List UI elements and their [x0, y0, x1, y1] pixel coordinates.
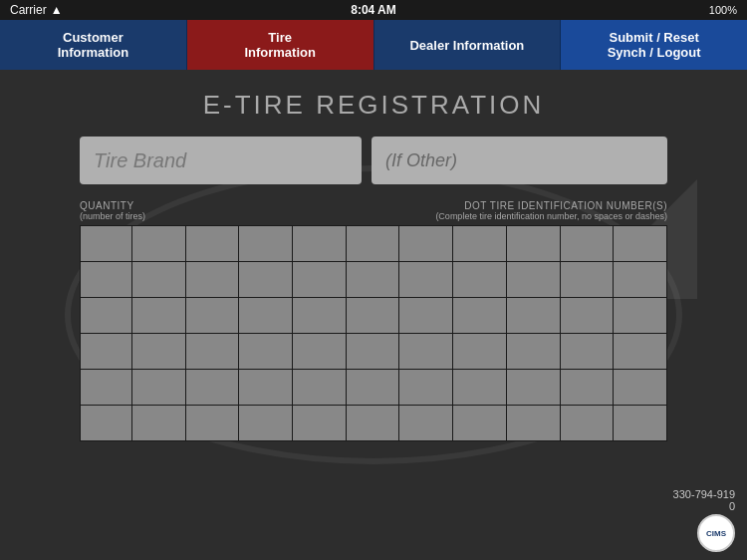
page-title: E-TIRE REGISTRATION [0, 70, 747, 137]
dot-cell[interactable] [239, 406, 293, 441]
cims-logo-text: CIMS [706, 529, 726, 538]
dot-cell[interactable] [614, 370, 667, 406]
dot-cell[interactable] [239, 334, 293, 370]
dot-cell[interactable] [239, 226, 293, 262]
dot-header-label: DOT Tire Identification Number(s) [435, 200, 667, 211]
dot-cell[interactable] [346, 370, 399, 406]
nav-dealer-label: Dealer Information [409, 38, 524, 53]
bottom-bar: 330-794-9190 CIMS [673, 488, 735, 552]
data-table [80, 225, 667, 441]
status-bar-left: Carrier ▲ [10, 3, 63, 17]
dot-cell[interactable] [453, 262, 507, 298]
qty-header-label: QUANTITY [80, 200, 145, 211]
dot-cell[interactable] [614, 334, 667, 370]
dot-cell[interactable] [560, 262, 614, 298]
dot-cell[interactable] [506, 334, 560, 370]
dot-cell[interactable] [293, 406, 347, 441]
dot-cell[interactable] [185, 406, 239, 441]
wifi-icon: ▲ [51, 3, 63, 17]
dot-cell[interactable] [293, 226, 347, 262]
nav-customer-label: CustomerInformation [58, 30, 129, 60]
dot-header: DOT Tire Identification Number(s) (Compl… [435, 200, 667, 221]
dot-cell[interactable] [560, 406, 614, 441]
main-content: CIMS E-TIRE REGISTRATION QUANTITY (numbe… [0, 70, 747, 560]
dot-cell[interactable] [185, 262, 239, 298]
dot-cell[interactable] [506, 406, 560, 441]
table-headers: QUANTITY (number of tires) DOT Tire Iden… [80, 200, 667, 221]
dot-cell[interactable] [185, 226, 239, 262]
nav-tire-label: TireInformation [244, 30, 316, 60]
dot-cell[interactable] [346, 406, 399, 441]
dot-cell[interactable] [506, 370, 560, 406]
dot-cell[interactable] [399, 298, 453, 334]
qty-cell[interactable] [81, 226, 132, 262]
dot-cell[interactable] [614, 226, 667, 262]
nav-customer[interactable]: CustomerInformation [0, 20, 187, 70]
dot-cell[interactable] [293, 262, 347, 298]
dot-cell[interactable] [560, 298, 614, 334]
dot-cell[interactable] [132, 262, 186, 298]
qty-cell[interactable] [81, 298, 132, 334]
dot-cell[interactable] [132, 370, 186, 406]
nav-submit[interactable]: Submit / ResetSynch / Logout [561, 20, 747, 70]
dot-cell[interactable] [132, 298, 186, 334]
dot-cell[interactable] [293, 298, 347, 334]
dot-cell[interactable] [453, 406, 507, 441]
dot-cell[interactable] [506, 298, 560, 334]
phone-number: 330-794-9190 [673, 488, 735, 512]
dot-cell[interactable] [185, 334, 239, 370]
qty-cell[interactable] [81, 406, 132, 441]
form-section [0, 137, 747, 184]
dot-cell[interactable] [614, 406, 667, 441]
dot-cell[interactable] [293, 334, 347, 370]
dot-header-sublabel: (Complete tire identification number, no… [435, 211, 667, 221]
tire-brand-input[interactable] [80, 137, 362, 184]
dot-cell[interactable] [346, 334, 399, 370]
battery-label: 100% [709, 4, 737, 16]
dot-cell[interactable] [346, 298, 399, 334]
nav-tire[interactable]: TireInformation [187, 20, 374, 70]
dot-cell[interactable] [453, 298, 507, 334]
if-other-input[interactable] [372, 137, 667, 184]
dot-cell[interactable] [132, 406, 186, 441]
qty-cell[interactable] [81, 334, 132, 370]
qty-header: QUANTITY (number of tires) [80, 200, 145, 221]
dot-cell[interactable] [506, 226, 560, 262]
brand-row [80, 137, 667, 184]
table-section: QUANTITY (number of tires) DOT Tire Iden… [0, 200, 747, 441]
nav-bar: CustomerInformation TireInformation Deal… [0, 20, 747, 70]
dot-cell[interactable] [560, 334, 614, 370]
dot-cell[interactable] [399, 334, 453, 370]
dot-cell[interactable] [506, 262, 560, 298]
dot-cell[interactable] [239, 370, 293, 406]
dot-cell[interactable] [399, 406, 453, 441]
cims-logo: CIMS [697, 514, 735, 552]
nav-submit-label: Submit / ResetSynch / Logout [608, 30, 701, 60]
dot-cell[interactable] [185, 298, 239, 334]
status-bar-right: 100% [709, 4, 737, 16]
dot-cell[interactable] [614, 298, 667, 334]
dot-cell[interactable] [399, 226, 453, 262]
dot-cell[interactable] [614, 262, 667, 298]
dot-cell[interactable] [293, 370, 347, 406]
dot-cell[interactable] [132, 226, 186, 262]
dot-cell[interactable] [185, 370, 239, 406]
dot-cell[interactable] [399, 370, 453, 406]
qty-cell[interactable] [81, 370, 132, 406]
carrier-label: Carrier [10, 3, 47, 17]
dot-cell[interactable] [239, 262, 293, 298]
qty-cell[interactable] [81, 262, 132, 298]
dot-cell[interactable] [453, 334, 507, 370]
dot-cell[interactable] [399, 262, 453, 298]
dot-cell[interactable] [453, 226, 507, 262]
nav-dealer[interactable]: Dealer Information [374, 20, 562, 70]
dot-cell[interactable] [132, 334, 186, 370]
status-bar-time: 8:04 AM [351, 3, 396, 17]
dot-cell[interactable] [346, 226, 399, 262]
dot-cell[interactable] [346, 262, 399, 298]
dot-cell[interactable] [453, 370, 507, 406]
dot-cell[interactable] [560, 226, 614, 262]
dot-cell[interactable] [560, 370, 614, 406]
dot-cell[interactable] [239, 298, 293, 334]
status-bar: Carrier ▲ 8:04 AM 100% [0, 0, 747, 20]
